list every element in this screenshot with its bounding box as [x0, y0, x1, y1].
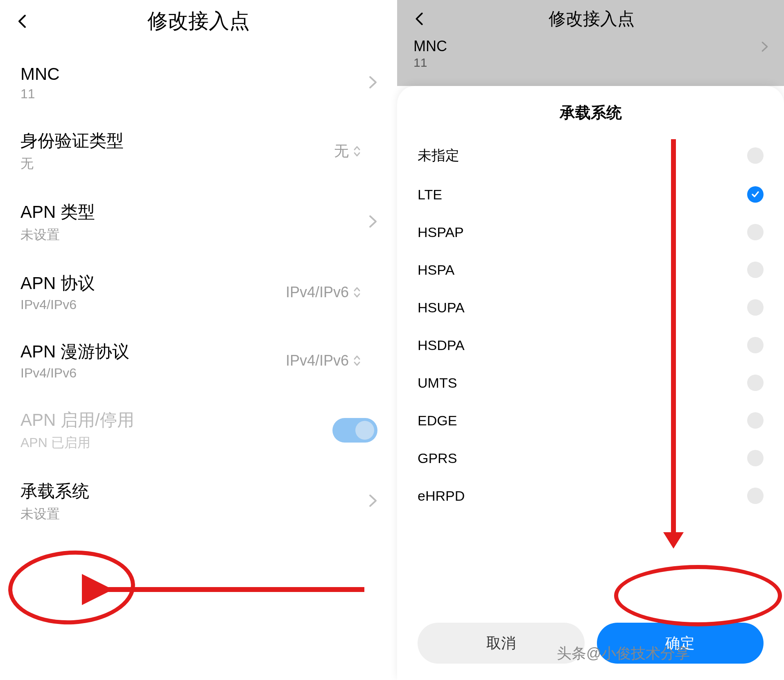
row-value: 无: [334, 141, 361, 161]
bearer-option[interactable]: UMTS: [413, 364, 768, 402]
row-sub: 11: [20, 86, 377, 102]
bearer-option[interactable]: GPRS: [413, 439, 768, 477]
row-label: APN 启用/停用: [20, 409, 377, 431]
row-label: 承载系统: [20, 480, 377, 503]
chevron-right-icon: [761, 41, 768, 55]
back-button[interactable]: [409, 9, 430, 29]
row-label: 身份验证类型: [20, 129, 377, 152]
row-value: IPv4/IPv6: [286, 352, 361, 369]
radio-icon: [747, 147, 764, 164]
radio-icon: [747, 375, 764, 391]
option-label: UMTS: [418, 375, 457, 391]
bearer-option[interactable]: HSUPA: [413, 289, 768, 326]
updown-icon: [353, 355, 361, 367]
bearer-option[interactable]: LTE: [413, 176, 768, 213]
row-bearer[interactable]: 承载系统 未设置: [16, 466, 381, 537]
radio-icon: [747, 412, 764, 429]
updown-icon: [353, 286, 361, 298]
bearer-option[interactable]: HSDPA: [413, 326, 768, 364]
bearer-option[interactable]: eHRPD: [413, 477, 768, 515]
bearer-option[interactable]: HSPAP: [413, 213, 768, 251]
option-label: LTE: [418, 187, 442, 203]
option-label: HSUPA: [418, 300, 465, 316]
watermark: 头条@小俊技术分享: [557, 644, 690, 664]
bearer-sheet: 承载系统 未指定LTEHSPAPHSPAHSUPAHSDPAUMTSEDGEGP…: [397, 86, 784, 680]
radio-icon: [747, 224, 764, 240]
option-label: eHRPD: [418, 488, 465, 504]
updown-icon: [353, 145, 361, 157]
row-sub: 未设置: [20, 505, 377, 523]
chevron-right-icon: [368, 494, 377, 509]
page-title: 修改接入点: [430, 7, 753, 30]
radio-icon: [747, 450, 764, 466]
row-label: MNC: [20, 64, 377, 84]
bearer-option[interactable]: EDGE: [413, 402, 768, 439]
row-label: APN 类型: [20, 201, 377, 224]
row-sub: 未设置: [20, 226, 377, 244]
chevron-right-icon: [368, 215, 377, 230]
row-sub: 无: [20, 155, 377, 173]
bearer-option[interactable]: 未指定: [413, 136, 768, 176]
page-title: 修改接入点: [33, 7, 364, 35]
row-apn-enable[interactable]: APN 启用/停用 APN 已启用: [16, 395, 381, 466]
back-button[interactable]: [12, 11, 33, 32]
toggle-switch[interactable]: [332, 418, 377, 443]
chevron-right-icon: [368, 75, 377, 91]
annotation-arrow: [82, 565, 368, 614]
radio-checked-icon: [747, 186, 764, 203]
option-label: GPRS: [418, 450, 457, 466]
option-label: HSDPA: [418, 337, 465, 353]
option-label: HSPAP: [418, 224, 464, 240]
radio-icon: [747, 262, 764, 278]
option-label: EDGE: [418, 413, 457, 429]
row-apn-protocol[interactable]: APN 协议 IPv4/IPv6 IPv4/IPv6: [16, 258, 381, 326]
option-label: 未指定: [418, 146, 459, 165]
sheet-title: 承载系统: [413, 102, 768, 123]
radio-icon: [747, 299, 764, 316]
row-apn-roaming[interactable]: APN 漫游协议 IPv4/IPv6 IPv4/IPv6: [16, 326, 381, 395]
radio-icon: [747, 337, 764, 353]
option-label: HSPA: [418, 262, 454, 278]
row-sub: APN 已启用: [20, 434, 377, 452]
row-value: IPv4/IPv6: [286, 284, 361, 301]
row-apn-type[interactable]: APN 类型 未设置: [16, 187, 381, 258]
row-mnc-bg: MNC 11: [397, 38, 784, 70]
radio-icon: [747, 488, 764, 504]
annotation-ellipse: [7, 547, 137, 628]
row-auth-type[interactable]: 身份验证类型 无 无: [16, 115, 381, 187]
row-mnc[interactable]: MNC 11: [16, 50, 381, 115]
bearer-option[interactable]: HSPA: [413, 251, 768, 289]
